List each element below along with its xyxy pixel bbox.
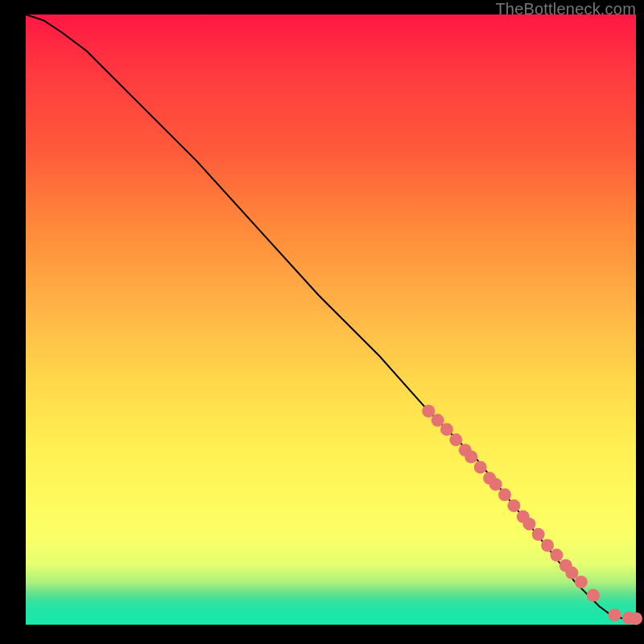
data-point	[630, 612, 642, 625]
data-point	[449, 433, 462, 446]
chart-svg	[26, 14, 636, 625]
data-point	[464, 451, 477, 464]
data-point	[474, 460, 487, 473]
data-point	[609, 609, 621, 621]
data-point	[422, 405, 435, 418]
data-point	[498, 489, 511, 502]
data-point	[507, 499, 520, 512]
data-point	[532, 528, 545, 541]
data-points	[422, 405, 642, 625]
data-point	[431, 414, 444, 427]
data-point	[440, 423, 453, 436]
data-curve	[26, 14, 636, 618]
data-point	[489, 478, 502, 491]
data-point	[587, 589, 600, 602]
data-point	[551, 549, 564, 562]
plot-area	[26, 14, 636, 625]
data-point	[522, 518, 535, 530]
data-point	[575, 576, 588, 588]
data-point	[565, 567, 578, 580]
chart-frame: TheBottleneck.com	[0, 0, 644, 644]
data-point	[541, 539, 554, 552]
